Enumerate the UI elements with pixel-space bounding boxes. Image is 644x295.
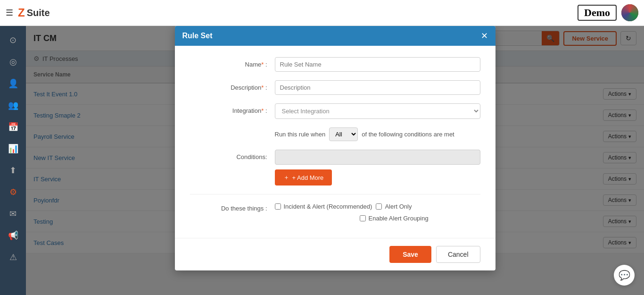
checkbox-group-1: Incident & Alert (Recommended) Alert Onl… — [275, 203, 480, 210]
rule-set-modal: Rule Set ✕ Name* : — [175, 26, 495, 270]
modal-header: Rule Set ✕ — [175, 26, 495, 46]
conditions-all-select[interactable]: All Any — [329, 127, 358, 141]
checkboxes-area: Incident & Alert (Recommended) Alert Onl… — [275, 203, 480, 222]
chat-button[interactable]: 💬 — [614, 265, 635, 286]
sidebar-item-upload[interactable]: ⬆ — [4, 161, 23, 180]
logo-suite: Suite — [27, 8, 50, 18]
conditions-input — [275, 150, 480, 165]
incident-alert-checkbox-item: Incident & Alert (Recommended) — [275, 203, 372, 210]
enable-alert-row: Enable Alert Grouping — [275, 215, 480, 222]
sidebar-item-messages[interactable]: ✉ — [4, 204, 23, 223]
modal-overlay: Rule Set ✕ Name* : — [26, 26, 644, 295]
top-bar-right: Demo — [578, 4, 638, 21]
conditions-description-row: Run this rule when All Any of the follow… — [190, 127, 480, 141]
name-row: Name* : — [190, 57, 480, 72]
plus-icon: ＋ — [283, 173, 289, 182]
description-row: Description* : — [190, 80, 480, 95]
modal-close-button[interactable]: ✕ — [481, 32, 488, 40]
demo-badge: Demo — [578, 5, 617, 21]
incident-alert-checkbox[interactable] — [275, 203, 281, 210]
sidebar-item-dashboard[interactable]: ⊙ — [4, 31, 23, 50]
name-label: Name* : — [190, 57, 275, 68]
do-things-label: Do these things : — [190, 203, 275, 212]
run-suffix-text: of the following conditions are met — [362, 131, 454, 138]
main-area: ⊙ ◎ 👤 👥 📅 📊 ⬆ ⚙ ✉ 📢 ⚠ IT CM 🔍 — [0, 26, 644, 295]
enable-alert-label: Enable Alert Grouping — [369, 215, 429, 222]
sidebar-item-groups[interactable]: 👥 — [4, 96, 23, 115]
conditions-label-row: Conditions: — [190, 150, 480, 165]
description-input[interactable] — [275, 80, 480, 95]
divider — [190, 194, 480, 194]
sidebar-item-calendar[interactable]: 📅 — [4, 118, 23, 136]
sidebar-item-alerts[interactable]: 📢 — [4, 226, 23, 245]
sidebar-item-location[interactable]: ◎ — [4, 52, 23, 71]
logo: Z Suite — [18, 6, 50, 19]
app-container: ☰ Z Suite Demo ⊙ ◎ 👤 👥 📅 📊 ⬆ ⚙ ✉ 📢 ⚠ — [0, 0, 644, 295]
modal-body: Name* : Description* : — [175, 46, 495, 238]
cancel-button[interactable]: Cancel — [436, 246, 480, 263]
save-button[interactable]: Save — [389, 246, 431, 263]
integration-row: Integration* : Select Integration Option… — [190, 103, 480, 119]
modal-footer: Save Cancel — [175, 238, 495, 270]
avatar-image — [621, 4, 638, 21]
add-more-button[interactable]: ＋ + Add More — [275, 169, 332, 185]
alert-only-label: Alert Only — [385, 203, 412, 210]
top-bar: ☰ Z Suite Demo — [0, 0, 644, 26]
run-prefix-text: Run this rule when — [275, 131, 326, 138]
name-input[interactable] — [275, 57, 480, 72]
enable-alert-checkbox-item: Enable Alert Grouping — [360, 215, 480, 222]
incident-alert-label: Incident & Alert (Recommended) — [284, 203, 372, 210]
sidebar: ⊙ ◎ 👤 👥 📅 📊 ⬆ ⚙ ✉ 📢 ⚠ — [0, 26, 26, 295]
description-label: Description* : — [190, 80, 275, 91]
integration-label: Integration* : — [190, 103, 275, 114]
add-more-label: + Add More — [292, 174, 324, 181]
hamburger-icon[interactable]: ☰ — [6, 8, 13, 18]
do-things-row: Do these things : Incident & Alert (Reco… — [190, 203, 480, 222]
sidebar-item-users[interactable]: 👤 — [4, 74, 23, 93]
sidebar-item-integrations[interactable]: ⚙ — [4, 183, 23, 202]
enable-alert-checkbox[interactable] — [360, 215, 366, 221]
alert-only-checkbox[interactable] — [376, 203, 382, 210]
content-area: IT CM 🔍 New Service ↻ ⚙ IT Processes — [26, 26, 644, 295]
avatar — [621, 4, 638, 21]
logo-z: Z — [18, 6, 25, 19]
integration-select[interactable]: Select Integration Option 1 Option 2 — [275, 103, 480, 119]
modal-title: Rule Set — [182, 32, 213, 40]
sidebar-item-warning[interactable]: ⚠ — [4, 248, 23, 267]
conditions-label: Conditions: — [190, 150, 275, 160]
sidebar-item-reports[interactable]: 📊 — [4, 139, 23, 158]
alert-only-checkbox-item: Alert Only — [376, 203, 412, 210]
